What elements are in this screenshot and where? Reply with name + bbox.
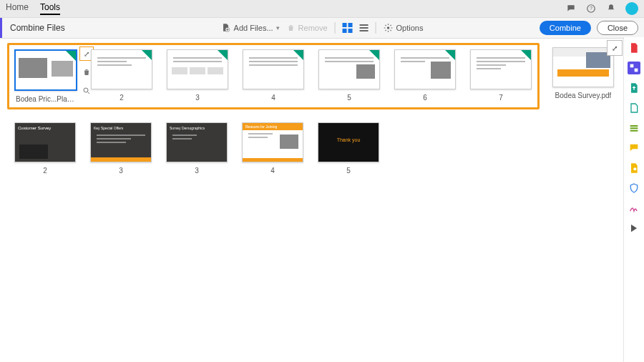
list-icon (360, 24, 369, 31)
divider (335, 22, 336, 34)
toolbar-accent (0, 18, 2, 38)
bell-icon[interactable] (605, 3, 617, 14)
toolbar-title: Combine Files (10, 23, 65, 33)
tab-home[interactable]: Home (6, 2, 29, 15)
divider (376, 22, 376, 34)
combine-button[interactable]: Combine (540, 21, 591, 35)
app-tabs: Home Tools (6, 2, 60, 15)
remove-button: Remove (287, 24, 328, 32)
options-button[interactable]: Options (384, 23, 424, 33)
toolbar: Combine Files Add Files... ▾ Remove Opti… (0, 17, 644, 39)
grid-view-button[interactable] (343, 23, 353, 33)
help-icon[interactable]: ? (585, 3, 597, 14)
right-rail (623, 37, 644, 39)
svg-point-3 (387, 26, 390, 29)
thumbnail-area: Bodea Pric...Plans.pptx ⤢ 2 3 4 (0, 37, 624, 39)
remove-label: Remove (298, 24, 328, 32)
top-bar: Home Tools ? (0, 0, 644, 17)
top-icons: ? (565, 2, 638, 15)
chevron-down-icon: ▾ (276, 24, 280, 31)
avatar[interactable] (625, 2, 638, 15)
add-files-button[interactable]: Add Files... ▾ (221, 23, 280, 33)
list-view-button[interactable] (360, 24, 369, 31)
grid-icon (343, 23, 353, 33)
add-files-label: Add Files... (234, 24, 273, 32)
options-label: Options (396, 24, 424, 32)
tab-tools[interactable]: Tools (40, 2, 60, 15)
chat-icon[interactable] (565, 3, 577, 14)
close-button[interactable]: Close (597, 21, 638, 35)
svg-text:?: ? (590, 6, 592, 11)
